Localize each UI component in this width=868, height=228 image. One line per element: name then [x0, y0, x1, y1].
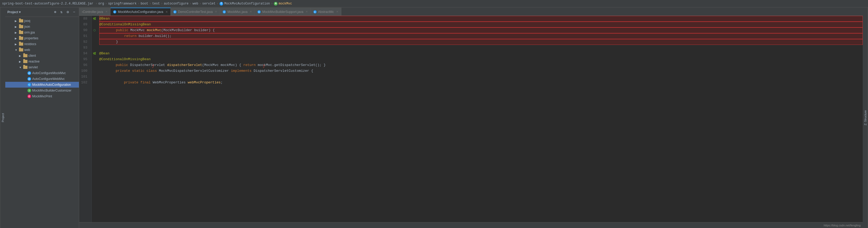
- linenum-92: 92: [79, 39, 89, 45]
- code-line-92: }: [99, 39, 863, 45]
- linenum-102: 102: [79, 80, 89, 86]
- tab-close-mockmvcautoconfig[interactable]: ✕: [165, 10, 168, 14]
- bottom-statusbar: https://blog.csdn.net/fengling: [79, 222, 863, 228]
- folder-icon-properties: [19, 37, 23, 40]
- tree-label-web: web: [24, 48, 30, 52]
- tab-close-controller[interactable]: ✕: [105, 10, 107, 13]
- gutter-88[interactable]: 🌿: [92, 16, 97, 22]
- tree-item-autoconfigurewebmvc[interactable]: ▶ @ AutoConfigureWebMvc: [5, 76, 79, 82]
- tab-label-democontrollertest: DemoControllerTest.java: [178, 10, 213, 14]
- tree-item-web[interactable]: ▼ web: [5, 47, 79, 53]
- project-sidebar: Project ▾ ⊕ ⇅ ⚙ − ▶ jooq ▶ json: [5, 7, 79, 228]
- tab-icon-democontrollertest: C: [173, 10, 177, 13]
- tree-item-restdocs[interactable]: ▶ restdocs: [5, 41, 79, 47]
- folder-icon-web: [19, 48, 23, 52]
- folder-icon-ormjpa: [19, 31, 23, 34]
- tab-label-abstractmc: AbstractMc: [318, 10, 334, 14]
- folder-arrow-client: ▶: [19, 54, 23, 57]
- z-structure-panel-label[interactable]: Z: Structure: [863, 7, 868, 228]
- tree-item-mockmvcautoconfiguration[interactable]: ▶ C MockMvcAutoConfiguration: [5, 82, 79, 88]
- jar-name[interactable]: spring-boot-test-autoconfigure-2.2.4.REL…: [2, 2, 93, 5]
- folder-arrow-servlet: ▼: [19, 66, 23, 69]
- folder-arrow-web: ▼: [15, 49, 19, 52]
- arrow-spacer-2: ▶: [23, 78, 27, 81]
- tree-label-properties: properties: [24, 36, 38, 40]
- gutter-101: [92, 74, 97, 80]
- folder-arrow-properties: ▶: [15, 37, 19, 40]
- tab-close-mockmvc[interactable]: ✕: [250, 10, 252, 13]
- tab-close-mockmvcbuildersupport[interactable]: ✕: [306, 10, 308, 13]
- code-line-90: public MockMvc mockMvc ( MockMvcBuilder …: [99, 27, 863, 33]
- gutter-96: [92, 62, 97, 68]
- sidebar-settings-icon[interactable]: ⚙: [65, 9, 70, 15]
- tree-item-autoconfiguremockmvc[interactable]: ▶ @ AutoConfigureMockMvc: [5, 70, 79, 76]
- tab-close-democontrollertest[interactable]: ✕: [215, 10, 217, 13]
- tab-controller[interactable]: ›Controller.java ✕: [79, 8, 111, 16]
- bc-method[interactable]: mockMvc: [279, 2, 292, 5]
- bc-servlet[interactable]: servlet: [203, 2, 216, 5]
- tab-democontrollertest[interactable]: C DemoControllerTest.java ✕: [171, 8, 220, 16]
- folder-arrow-reactive: ▶: [19, 60, 23, 63]
- tab-mockmvcautoconfiguration[interactable]: C MockMvcAutoConfiguration.java ✕: [111, 8, 171, 16]
- red-arrow-1: ⤴: [152, 64, 154, 70]
- folder-icon-jooq: [19, 19, 23, 23]
- linenum-100: 100: [79, 68, 89, 74]
- gutter-94[interactable]: 🌿: [92, 51, 97, 56]
- tree-item-jooq[interactable]: ▶ jooq: [5, 18, 79, 24]
- bc-web[interactable]: web: [193, 2, 198, 5]
- tree-item-mockmvcprint[interactable]: ▶ E MockMvcPrint: [5, 93, 79, 99]
- bc-test[interactable]: test: [152, 2, 160, 5]
- sidebar-sync-icon[interactable]: ⊕: [53, 9, 58, 15]
- breadcrumb-bar: spring-boot-test-autoconfigure-2.2.4.REL…: [0, 0, 868, 7]
- code-lines[interactable]: @Bean @ConditionalOnMissingBean public M…: [97, 16, 863, 222]
- bc-class[interactable]: MockMvcAutoConfiguration: [224, 2, 270, 5]
- gutter-column: 🌿 ⬡ 🌿: [92, 16, 97, 222]
- linenum-94: 94: [79, 51, 89, 56]
- folder-arrow-restdocs: ▶: [15, 43, 19, 46]
- tree-label-reactive: reactive: [29, 60, 39, 63]
- code-line-94: @Bean: [99, 51, 863, 56]
- folder-icon-client: [23, 54, 27, 57]
- tab-label-mockmvcautoconfiguration: MockMvcAutoConfiguration.java: [118, 10, 163, 14]
- tab-mockmvc[interactable]: C MockMvc.java ✕: [220, 8, 255, 16]
- method-icon-breadcrumb: m: [274, 2, 278, 5]
- tree-item-mockmvcbuildercustomizer[interactable]: ▶ I MockMvcBuilderCustomizer: [5, 88, 79, 93]
- linenum-89: 89: [79, 22, 89, 27]
- tree-item-reactive[interactable]: ▶ reactive: [5, 59, 79, 64]
- folder-icon-restdocs: [19, 42, 23, 46]
- tree-label-restdocs: restdocs: [24, 42, 36, 46]
- tree-item-client[interactable]: ▶ client: [5, 53, 79, 59]
- tab-close-abstractmc[interactable]: ✕: [336, 10, 339, 13]
- folder-arrow-json: ▶: [15, 25, 19, 28]
- gutter-90[interactable]: ⬡: [92, 27, 97, 33]
- arrow-spacer-1: ▶: [23, 72, 27, 75]
- tree-item-servlet[interactable]: ▼ servlet: [5, 64, 79, 70]
- tab-mockmvcbuildersupport[interactable]: C MockMvcBuilderSupport.java ✕: [255, 8, 311, 16]
- tree-label-mockmvcautoconfiguration: MockMvcAutoConfiguration: [32, 83, 71, 87]
- sidebar-collapse-icon[interactable]: ⇅: [59, 9, 64, 15]
- bc-boot[interactable]: boot: [141, 2, 148, 5]
- bc-springframework[interactable]: springframework: [108, 2, 137, 5]
- project-panel-label[interactable]: Project: [0, 7, 5, 228]
- bc-org[interactable]: org: [98, 2, 104, 5]
- tree-label-json: json: [24, 25, 30, 28]
- tree-item-ormjpa[interactable]: ▶ orm.jpa: [5, 30, 79, 35]
- sidebar-title: Project ▾: [7, 10, 21, 14]
- linenum-96: 96: [79, 62, 89, 68]
- tab-bar: ›Controller.java ✕ C MockMvcAutoConfigur…: [79, 7, 863, 16]
- bc-autoconfigure[interactable]: autoconfigure: [164, 2, 189, 5]
- code-line-95: @ConditionalOnMissingBean: [99, 56, 863, 62]
- folder-arrow-jooq: ▶: [15, 20, 19, 23]
- sep1: ›: [95, 2, 97, 5]
- code-line-101: [99, 74, 863, 80]
- project-tree: ▶ jooq ▶ json ▶ orm.jpa ▶ properties: [5, 17, 79, 228]
- tab-abstractmc[interactable]: C AbstractMc ✕: [311, 8, 341, 16]
- tab-icon-abstractmc: C: [313, 10, 317, 13]
- sidebar-toolbar: Project ▾ ⊕ ⇅ ⚙ −: [5, 7, 79, 17]
- tree-item-properties[interactable]: ▶ properties: [5, 35, 79, 41]
- code-line-88: @Bean: [99, 16, 863, 22]
- status-url: https://blog.csdn.net/fengling: [824, 224, 861, 227]
- sidebar-minus-icon[interactable]: −: [71, 9, 77, 15]
- tree-item-json[interactable]: ▶ json: [5, 24, 79, 30]
- gutter-91: [92, 33, 97, 39]
